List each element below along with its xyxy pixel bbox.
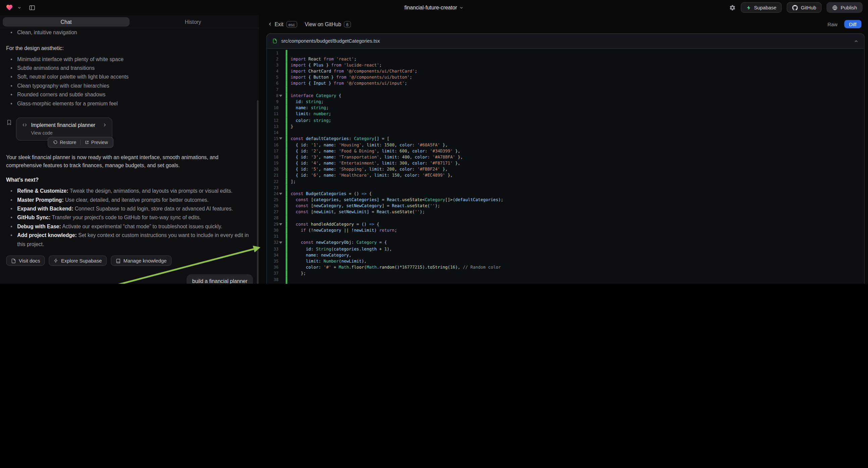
code-line: 37 }; (267, 270, 864, 276)
docs-icon (11, 258, 16, 264)
code-line: 1 (267, 50, 864, 56)
list-item: Soft, neutral color palette with light b… (6, 72, 253, 81)
code-line: 28 (267, 215, 864, 221)
code-line: 24const BudgetCategories = () => { (267, 191, 864, 197)
settings-gear-icon[interactable] (729, 4, 736, 11)
fold-chevron-icon[interactable] (279, 95, 282, 97)
code-line: 19 { id: '4', name: 'Entertainment', lim… (267, 160, 864, 166)
code-line: 22]; (267, 178, 864, 184)
code-line: 29 const handleAddCategory = () => { (267, 221, 864, 227)
sidebar-toggle-icon[interactable] (29, 4, 36, 11)
code-lines[interactable]: 12import React from 'react';3import { Pl… (267, 49, 864, 284)
code-line: 23 (267, 185, 864, 191)
list-item: Subtle animations and transitions (6, 64, 253, 72)
fold-chevron-icon[interactable] (279, 138, 282, 140)
code-line: 35 limit: Number(newLimit), (267, 258, 864, 264)
topbar: financial-future-creator Supabase GitHub (0, 0, 868, 15)
book-icon (116, 258, 121, 264)
code-line: 4import ChartCard from '@/components/ui/… (267, 68, 864, 74)
code-line: 15const defaultCategories: Category[] = … (267, 136, 864, 142)
tool-card-row-implement: Implement financial planner View code Re… (6, 117, 253, 141)
code-line: 3import { Plus } from 'lucide-react'; (267, 62, 864, 68)
code-line: 25 const [categories, setCategories] = R… (267, 197, 864, 203)
code-line: 5import { Button } from '@/components/ui… (267, 74, 864, 80)
list-item: Refine & Customize: Tweak the design, an… (6, 187, 253, 195)
tool-card-implement-financial-planner[interactable]: Implement financial planner View code Re… (16, 117, 113, 141)
supabase-bolt-icon (746, 5, 751, 10)
code-line: 31 (267, 233, 864, 239)
code-viewer: src/components/budget/BudgetCategories.t… (267, 33, 865, 284)
code-line: 13} (267, 123, 864, 129)
preview-button[interactable]: Preview (81, 139, 112, 146)
file-path: src/components/budget/BudgetCategories.t… (281, 38, 380, 43)
code-icon (22, 122, 28, 127)
restore-preview-popover: Restore Preview (48, 137, 114, 148)
code-line: 33 id: String(categories.length + 1), (267, 246, 864, 252)
lovable-logo-heart-icon[interactable] (6, 4, 13, 11)
fold-chevron-icon[interactable] (279, 223, 282, 226)
chat-tabs: Chat History (0, 15, 259, 29)
github-button[interactable]: GitHub (787, 2, 822, 13)
github-icon (793, 5, 798, 10)
code-line: 21 { id: '6', name: 'Healthcare', limit:… (267, 172, 864, 178)
whats-next-heading: What’s next? (6, 176, 253, 184)
code-line: 38 (267, 276, 864, 282)
chevron-right-icon (102, 122, 107, 127)
code-line: 30 if (!newCategory || !newLimit) return… (267, 227, 864, 233)
explore-supabase-button[interactable]: Explore Supabase (49, 256, 107, 266)
collapse-file-chevron-up-icon[interactable] (854, 39, 859, 43)
workspace-chevron-down-icon[interactable] (17, 5, 22, 10)
fold-chevron-icon[interactable] (279, 242, 282, 244)
github-shortcut-badge: 6 (344, 21, 351, 28)
chat-scrollbar-thumb[interactable] (257, 100, 259, 284)
code-line: 11 limit: number; (267, 111, 864, 117)
code-line: 6import { Input } from '@/components/ui/… (267, 81, 864, 87)
code-panel: Exit esc View on GitHub 6 Raw Diff src/c… (259, 15, 868, 284)
ready-paragraph: Your sleek financial planner is now read… (6, 153, 253, 170)
raw-toggle-button[interactable]: Raw (828, 22, 837, 27)
code-line: 20 { id: '5', name: 'Shopping', limit: 2… (267, 166, 864, 172)
code-line: 16 { id: '1', name: 'Housing', limit: 15… (267, 142, 864, 148)
external-link-icon (85, 140, 89, 144)
visit-docs-button[interactable]: Visit docs (6, 256, 45, 266)
list-item: Add project knowledge: Set key context o… (6, 231, 253, 249)
publish-button[interactable]: Publish (827, 2, 862, 13)
restore-icon (53, 140, 57, 144)
next-steps: Refine & Customize: Tweak the design, an… (6, 187, 253, 249)
code-line: 2import React from 'react'; (267, 56, 864, 62)
tab-history[interactable]: History (129, 17, 256, 27)
list-item: Minimalist interface with plenty of whit… (6, 55, 253, 63)
esc-shortcut-badge: esc (286, 21, 297, 28)
project-chevron-down-icon (459, 5, 464, 10)
supabase-button[interactable]: Supabase (741, 2, 782, 13)
tab-chat[interactable]: Chat (3, 17, 129, 27)
list-item: GitHub Sync: Transfer your project's cod… (6, 213, 253, 222)
list-item: Debug with Ease: Activate our experiment… (6, 222, 253, 231)
list-item: Expand with Backend: Connect Supabase to… (6, 204, 253, 213)
list-item: Glass-morphic elements for a premium fee… (6, 99, 253, 108)
exit-button[interactable]: Exit (268, 21, 283, 27)
code-line: 7 (267, 87, 864, 93)
design-aesthetic-heading: For the design aesthetic: (6, 44, 253, 52)
view-on-github-button[interactable]: View on GitHub (305, 21, 341, 27)
list-item: Clean, intuitive navigation (6, 28, 253, 37)
code-line: 36 color: '#' + Math.floor(Math.random()… (267, 264, 864, 270)
code-line: 9 id: string; (267, 99, 864, 105)
diff-toggle-button[interactable]: Diff (844, 20, 862, 28)
tool-card-title: Implement financial planner (31, 122, 99, 128)
list-item: Rounded corners and subtle shadows (6, 90, 253, 99)
manage-knowledge-button[interactable]: Manage knowledge (111, 256, 172, 266)
file-header[interactable]: src/components/budget/BudgetCategories.t… (267, 34, 864, 49)
restore-button[interactable]: Restore (49, 139, 80, 146)
code-line: 12 color: string; (267, 117, 864, 123)
lovable-app: financial-future-creator Supabase GitHub (0, 0, 868, 284)
user-message: build a financial planner (187, 274, 253, 284)
chat-messages[interactable]: Clean, intuitive navigation For the desi… (0, 28, 259, 284)
view-code-link[interactable]: View code (31, 130, 107, 136)
quick-actions: Visit docs Explore Supabase Manage knowl… (6, 256, 253, 266)
project-switcher[interactable]: financial-future-creator (404, 4, 464, 10)
bookmark-icon[interactable] (6, 119, 12, 126)
list-item: Master Prompting: Use clear, detailed, a… (6, 195, 253, 204)
chevron-left-icon (268, 22, 273, 27)
fold-chevron-icon[interactable] (279, 193, 282, 195)
